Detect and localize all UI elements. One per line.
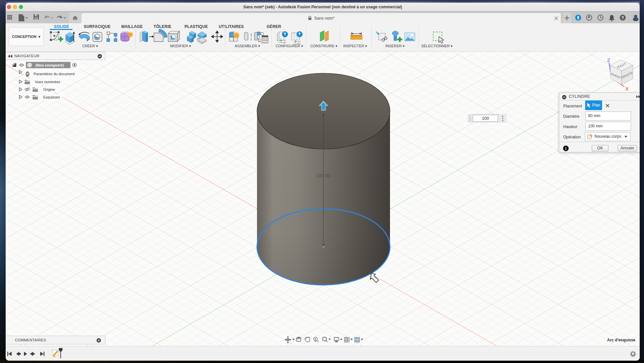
svg-text:Origine: Origine <box>43 88 55 91</box>
svg-text:100.00: 100.00 <box>316 173 330 178</box>
svg-text:i: i <box>565 146 566 151</box>
svg-text:Vues nommées: Vues nommées <box>35 80 61 84</box>
svg-text:Esquisses: Esquisses <box>43 95 60 99</box>
svg-text:X: X <box>625 86 629 91</box>
svg-text:Paramètres du document: Paramètres du document <box>34 72 75 76</box>
svg-text:Z: Z <box>607 58 610 63</box>
svg-text:?: ? <box>621 15 624 20</box>
svg-text:(Non enregistré): (Non enregistré) <box>36 63 64 67</box>
